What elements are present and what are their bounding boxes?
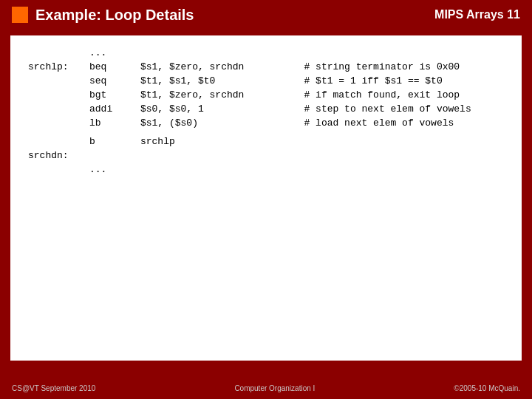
header-left: Example: Loop Details — [12, 7, 194, 24]
footer-center-text: Computer Organization I — [234, 384, 315, 392]
code-operands — [124, 149, 299, 163]
code-label — [24, 134, 85, 149]
code-label — [24, 74, 85, 88]
code-operands: $s1, $zero, srchdn — [124, 60, 299, 74]
code-comment: # step to next elem of vowels — [299, 102, 508, 116]
code-operands — [124, 46, 299, 60]
table-row: lb $s1, ($s0) # load next elem of vowels — [24, 116, 508, 130]
code-comment: # string terminator is 0x00 — [299, 60, 508, 74]
code-instruction: ... — [85, 163, 124, 177]
code-label — [24, 116, 85, 130]
code-label — [24, 46, 85, 60]
table-row: bgt $t1, $zero, srchdn # if match found,… — [24, 88, 508, 102]
code-label: srchdn: — [24, 149, 85, 163]
code-block: ... srchlp: beq $s1, $zero, srchdn # str… — [24, 46, 508, 177]
code-label: srchlp: — [24, 60, 85, 74]
table-row: seq $t1, $s1, $t0 # $t1 = 1 iff $s1 == $… — [24, 74, 508, 88]
code-instruction: seq — [85, 74, 124, 88]
header: Example: Loop Details MIPS Arrays 11 — [0, 0, 532, 30]
code-comment: # load next elem of vowels — [299, 116, 508, 130]
code-label — [24, 88, 85, 102]
code-operands: $t1, $s1, $t0 — [124, 74, 299, 88]
code-operands: srchlp — [124, 134, 299, 149]
code-operands: $t1, $zero, srchdn — [124, 88, 299, 102]
code-instruction — [85, 149, 124, 163]
code-instruction: ... — [85, 46, 124, 60]
footer-right-text: ©2005-10 McQuain. — [454, 384, 520, 392]
code-instruction: b — [85, 134, 124, 149]
table-row: ... — [24, 46, 508, 60]
main-content: ... srchlp: beq $s1, $zero, srchdn # str… — [10, 35, 522, 361]
slide-label: MIPS Arrays 11 — [434, 8, 520, 21]
accent-square — [12, 7, 28, 23]
table-row: b srchlp — [24, 134, 508, 149]
code-comment — [299, 163, 508, 177]
code-operands: $s1, ($s0) — [124, 116, 299, 130]
footer: CS@VT September 2010 Computer Organizati… — [0, 377, 532, 399]
table-row: srchdn: — [24, 149, 508, 163]
code-comment: # if match found, exit loop — [299, 88, 508, 102]
table-row: addi $s0, $s0, 1 # step to next elem of … — [24, 102, 508, 116]
page-title: Example: Loop Details — [35, 7, 194, 24]
code-instruction: lb — [85, 116, 124, 130]
code-operands: $s0, $s0, 1 — [124, 102, 299, 116]
code-comment — [299, 149, 508, 163]
table-row: ... — [24, 163, 508, 177]
code-label — [24, 163, 85, 177]
code-instruction: beq — [85, 60, 124, 74]
code-comment — [299, 46, 508, 60]
code-comment — [299, 134, 508, 149]
code-comment: # $t1 = 1 iff $s1 == $t0 — [299, 74, 508, 88]
code-label — [24, 102, 85, 116]
code-instruction: bgt — [85, 88, 124, 102]
code-operands — [124, 163, 299, 177]
table-row: srchlp: beq $s1, $zero, srchdn # string … — [24, 60, 508, 74]
code-instruction: addi — [85, 102, 124, 116]
footer-left-text: CS@VT September 2010 — [12, 384, 95, 392]
